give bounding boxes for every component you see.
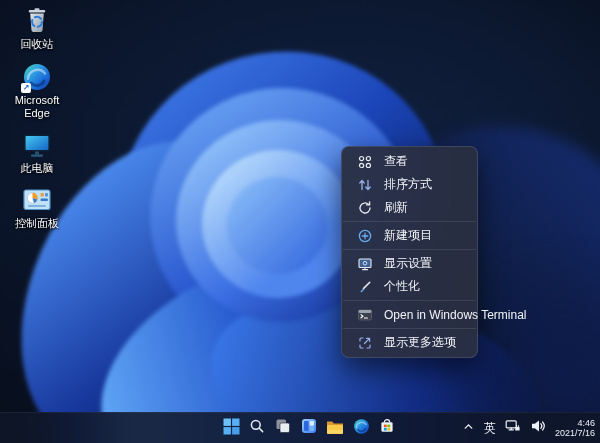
menu-item-show-more-options[interactable]: 显示更多选项: [345, 331, 474, 354]
desktop-icon-label: 控制面板: [15, 217, 59, 230]
terminal-icon: [357, 307, 373, 323]
edge-icon: ↗: [22, 60, 52, 92]
shortcut-arrow-icon: ↗: [21, 83, 31, 93]
menu-item-view[interactable]: 查看: [345, 150, 474, 173]
tray-overflow-chevron[interactable]: [462, 419, 475, 437]
menu-separator: [343, 249, 476, 250]
clock-date: 2021/7/16: [555, 428, 595, 439]
menu-item-label: 个性化: [384, 278, 420, 295]
recycle-bin-icon: [22, 4, 52, 36]
menu-item-new[interactable]: 新建项目: [345, 224, 474, 247]
speaker-icon: [530, 418, 546, 438]
ethernet-network-icon: [505, 418, 521, 438]
chevron-up-icon: [462, 419, 475, 437]
wallpaper-bloom: [0, 0, 600, 443]
network-tray-button[interactable]: [505, 418, 521, 438]
personalize-brush-icon: [357, 279, 373, 295]
widgets-icon: [301, 418, 317, 438]
show-more-icon: [357, 335, 373, 351]
taskbar-clock[interactable]: 4:46 2021/7/16: [555, 418, 595, 439]
this-pc-icon: [22, 128, 52, 160]
menu-item-personalize[interactable]: 个性化: [345, 275, 474, 298]
control-panel-icon: [22, 183, 52, 215]
display-settings-icon: [357, 256, 373, 272]
desktop-icon-label: 回收站: [21, 38, 54, 51]
sort-arrows-icon: [357, 177, 373, 193]
task-view-icon: [275, 418, 291, 438]
menu-item-refresh[interactable]: 刷新: [345, 196, 474, 219]
volume-tray-button[interactable]: [530, 418, 546, 438]
menu-item-open-windows-terminal[interactable]: Open in Windows Terminal: [345, 303, 474, 326]
menu-item-label: Open in Windows Terminal: [384, 308, 527, 322]
menu-item-label: 查看: [384, 153, 408, 170]
ime-language-indicator[interactable]: 英: [484, 420, 496, 437]
widgets-button[interactable]: [297, 416, 321, 440]
menu-separator: [343, 328, 476, 329]
new-item-plus-icon: [357, 228, 373, 244]
desktop-icon-this-pc[interactable]: 此电脑: [5, 128, 69, 175]
ime-label: 英: [484, 420, 496, 437]
desktop-icon-control-panel[interactable]: 控制面板: [5, 183, 69, 230]
refresh-icon: [357, 200, 373, 216]
wallpaper-vignette: [0, 0, 600, 443]
store-bag-icon: [379, 418, 395, 438]
clock-time: 4:46: [555, 418, 595, 429]
desktop: 回收站 ↗ Microsoft Edge: [0, 0, 600, 443]
menu-item-sort-by[interactable]: 排序方式: [345, 173, 474, 196]
taskbar-system-tray: 英: [462, 413, 595, 443]
menu-item-label: 新建项目: [384, 227, 432, 244]
windows-logo-icon: [223, 418, 240, 439]
menu-item-label: 显示设置: [384, 255, 432, 272]
desktop-context-menu: 查看 排序方式 刷新: [341, 146, 478, 358]
taskbar: 英: [0, 412, 600, 443]
search-button[interactable]: [245, 416, 269, 440]
menu-item-label: 排序方式: [384, 176, 432, 193]
desktop-icon-edge[interactable]: ↗ Microsoft Edge: [5, 60, 69, 120]
desktop-icon-label: Microsoft Edge: [6, 94, 68, 120]
file-explorer-button[interactable]: [323, 416, 347, 440]
desktop-icon-recycle-bin[interactable]: 回收站: [5, 4, 69, 51]
menu-item-display-settings[interactable]: 显示设置: [345, 252, 474, 275]
taskbar-center-buttons: [219, 413, 399, 443]
microsoft-store-button[interactable]: [375, 416, 399, 440]
edge-taskbar-button[interactable]: [349, 416, 373, 440]
task-view-button[interactable]: [271, 416, 295, 440]
menu-item-label: 刷新: [384, 199, 408, 216]
view-grid-icon: [357, 154, 373, 170]
folder-icon: [326, 419, 344, 438]
menu-item-label: 显示更多选项: [384, 334, 456, 351]
menu-separator: [343, 300, 476, 301]
desktop-icon-label: 此电脑: [21, 162, 54, 175]
menu-separator: [343, 221, 476, 222]
search-icon: [249, 418, 265, 438]
start-button[interactable]: [219, 416, 243, 440]
desktop-icon-list: 回收站 ↗ Microsoft Edge: [5, 4, 69, 239]
edge-icon: [353, 418, 370, 439]
